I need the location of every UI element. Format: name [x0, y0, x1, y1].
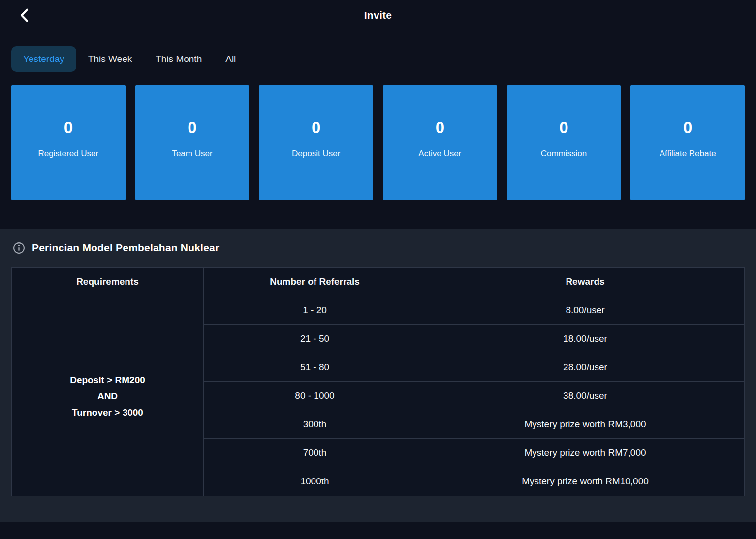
stat-value: 0 — [188, 120, 196, 136]
referrals-cell: 80 - 1000 — [204, 382, 426, 410]
back-button[interactable] — [15, 6, 33, 25]
referrals-cell: 300th — [204, 410, 426, 439]
col-header-rewards: Rewards — [426, 268, 744, 296]
reward-cell: 18.00/user — [426, 325, 744, 353]
rewards-table: Requirements Number of Referrals Rewards… — [11, 267, 745, 496]
top-bar: Invite — [0, 0, 756, 30]
stat-label: Active User — [418, 149, 461, 159]
stat-label: Registered User — [38, 149, 98, 159]
stat-card: 0 Commission — [507, 85, 621, 200]
requirement-line: AND — [97, 388, 118, 404]
time-filter-tabs: YesterdayThis WeekThis MonthAll — [11, 46, 745, 72]
stat-card: 0 Active User — [383, 85, 497, 200]
page-title: Invite — [364, 9, 392, 21]
section-header: Perincian Model Pembelahan Nuklear — [13, 240, 745, 256]
tab-this-month[interactable]: This Month — [144, 46, 214, 72]
stat-value: 0 — [559, 120, 568, 136]
reward-cell: Mystery prize worth RM3,000 — [426, 410, 744, 439]
reward-cell: 28.00/user — [426, 353, 744, 382]
stat-label: Commission — [541, 149, 587, 159]
requirements-cell: Deposit > RM200 AND Turnover > 3000 — [12, 296, 204, 496]
col-header-requirements: Requirements — [12, 268, 204, 296]
chevron-left-icon — [19, 8, 30, 23]
referrals-cell: 1000th — [204, 467, 426, 496]
reward-cell: 8.00/user — [426, 296, 744, 325]
reward-cell: Mystery prize worth RM7,000 — [426, 439, 744, 467]
referrals-cell: 1 - 20 — [204, 296, 426, 325]
tab-yesterday[interactable]: Yesterday — [11, 46, 76, 72]
stat-card: 0 Team User — [135, 85, 250, 200]
stat-card: 0 Deposit User — [259, 85, 373, 200]
tab-all[interactable]: All — [214, 46, 248, 72]
tab-this-week[interactable]: This Week — [76, 46, 144, 72]
stat-value: 0 — [312, 120, 320, 136]
stat-label: Team User — [172, 149, 212, 159]
stat-value: 0 — [436, 120, 444, 136]
info-icon — [13, 242, 25, 254]
stats-cards: 0 Registered User 0 Team User 0 Deposit … — [11, 85, 745, 200]
referrals-cell: 51 - 80 — [204, 353, 426, 382]
stat-value: 0 — [64, 120, 73, 136]
reward-cell: Mystery prize worth RM10,000 — [426, 467, 744, 496]
stat-card: 0 Affiliate Rebate — [630, 85, 745, 200]
requirement-line: Deposit > RM200 — [70, 372, 145, 388]
requirement-line: Turnover > 3000 — [72, 404, 143, 420]
col-header-referrals: Number of Referrals — [204, 268, 426, 296]
stat-label: Deposit User — [292, 149, 340, 159]
referrals-cell: 21 - 50 — [204, 325, 426, 353]
section-title: Perincian Model Pembelahan Nuklear — [32, 242, 219, 254]
rewards-panel: Perincian Model Pembelahan Nuklear Requi… — [0, 229, 756, 522]
stat-card: 0 Registered User — [11, 85, 126, 200]
stat-label: Affiliate Rebate — [660, 149, 716, 159]
referrals-cell: 700th — [204, 439, 426, 467]
stat-value: 0 — [683, 120, 692, 136]
reward-cell: 38.00/user — [426, 382, 744, 410]
